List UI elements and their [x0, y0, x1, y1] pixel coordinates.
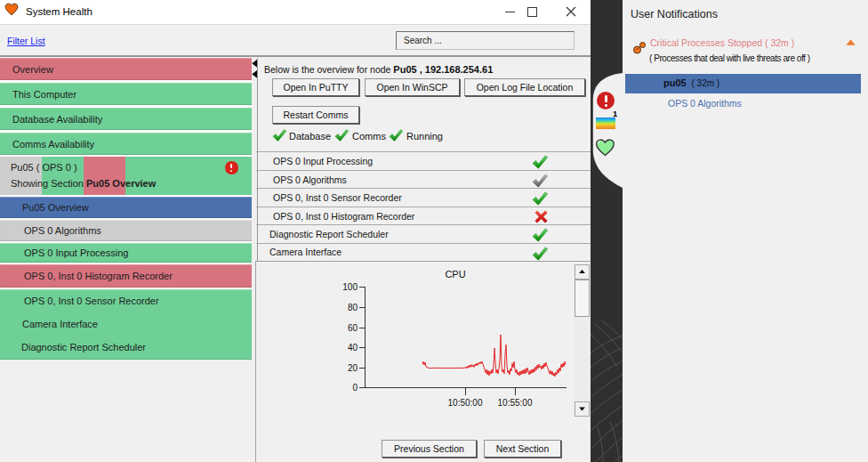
svg-text:10:55:00: 10:55:00	[498, 398, 533, 408]
svg-text:10:50:00: 10:50:00	[448, 398, 483, 408]
svg-text:40: 40	[348, 343, 358, 353]
svg-text:0: 0	[352, 383, 358, 393]
svg-text:80: 80	[348, 303, 358, 312]
svg-text:60: 60	[348, 323, 358, 333]
svg-text:20: 20	[348, 363, 358, 373]
svg-text:100: 100	[342, 282, 358, 292]
